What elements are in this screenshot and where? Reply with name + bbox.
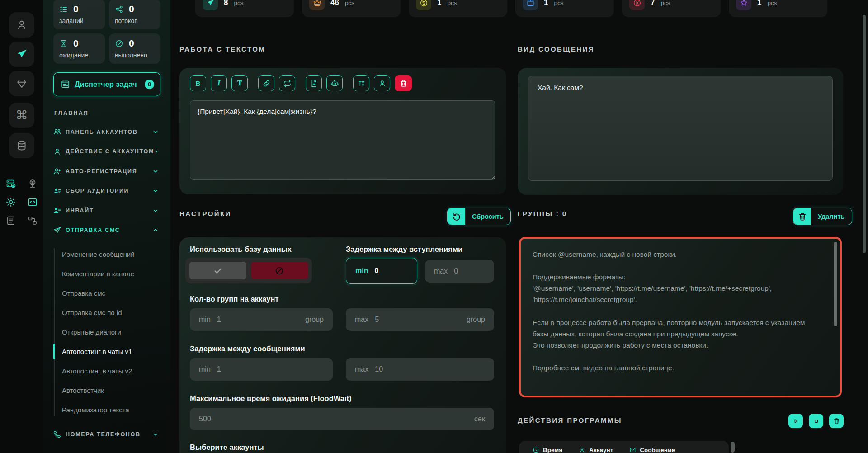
user-list-icon [53,206,61,215]
submenu-label: Комментарии в канале [62,270,134,278]
webcam-icon[interactable] [27,178,38,189]
profile-button[interactable] [9,12,34,38]
file-download-icon [310,79,318,88]
chevron-down-icon [154,148,159,155]
sidebar-item-invite[interactable]: ИНВАЙТ [43,201,170,221]
clear-text-button[interactable] [395,75,412,91]
database-button[interactable] [9,133,34,158]
column-label: Время [543,447,562,453]
sidebar-item-send-sms[interactable]: ОТПРАВКА СМС [43,221,170,241]
log-scrollbar[interactable] [731,442,735,453]
submenu-label: Открытые диалоги [62,328,121,336]
submenu-item-autoposting-v2[interactable]: Автопостинг в чаты v2 [43,361,170,381]
settings-title: НАСТРОЙКИ [179,210,231,217]
join-delay-label: Задержка между вступлениями [346,245,462,254]
min-value: 0 [374,267,378,275]
text-template-button[interactable] [353,75,369,91]
spin-button[interactable] [279,75,295,91]
user-plus-icon [53,167,61,175]
start-button[interactable] [788,414,803,428]
floodwait-label: Максимальное время ожидания (FloodWait) [190,394,351,403]
sidebar-item-audience-collect[interactable]: СБОР АУДИТОРИИ [43,181,170,201]
join-delay-max-input[interactable]: max0 [425,260,494,283]
message-view-card: Хай. Как сам? [518,68,843,195]
reset-settings-button[interactable]: Сбросить [447,208,511,225]
repeat-icon [283,79,292,88]
delete-groups-button[interactable]: Удалить [793,208,852,225]
stat-done: 0 выполнено [109,33,160,64]
stop-icon [812,417,820,425]
submenu-item-autoresponder[interactable]: Автоответчик [43,381,170,400]
message-delay-max-input[interactable]: max10 [346,358,494,381]
right-column: ВИД СООБЩЕНИЯ Хай. Как сам? ГРУППЫ : 0 У… [518,0,844,453]
max-value: 10 [375,365,383,373]
submenu-item-channel-comments[interactable]: Комментарии в канале [43,264,170,283]
text-toolbar: B I T [190,75,412,91]
page-scrollbar[interactable] [863,15,866,253]
clear-log-button[interactable] [829,414,844,428]
sidebar-item-next-cut[interactable] [43,447,170,453]
db-no-option[interactable] [251,262,308,279]
server-check-icon[interactable] [5,178,16,189]
program-actions-title: ДЕЙСТВИЯ ПРОГРАММЫ [518,416,622,424]
user-list-icon [53,187,61,195]
stop-button[interactable] [809,414,823,428]
dispatcher-icon [61,80,70,89]
stat-value: 0 [129,38,134,49]
rail-mini-icons [0,178,43,226]
message-view-title: ВИД СООБЩЕНИЯ [518,45,594,53]
submenu-item-autoposting-v1[interactable]: Автопостинг в чаты v1 [43,342,170,361]
sidebar-item-accounts-panel[interactable]: ПАНЕЛЬ АККАУНТОВ [43,122,170,142]
join-delay-min-input[interactable]: min0 [346,258,417,284]
mention-button[interactable] [374,75,390,91]
groups-max-input[interactable]: max5group [346,308,494,331]
gem-icon [16,78,28,90]
groups-min-input[interactable]: min1group [190,308,333,331]
submenu-item-text-randomizer[interactable]: Рандомизатор текста [43,400,170,420]
resize-handle-icon[interactable] [491,175,495,179]
robot-icon [330,79,339,88]
sidebar-item-phone-numbers[interactable]: НОМЕРА ТЕЛЕФОНОВ [43,425,170,444]
db-yes-option[interactable] [189,262,246,279]
bot-button[interactable] [326,75,343,91]
select-accounts-label: Выберите аккаунты [190,443,264,452]
italic-button[interactable]: I [211,75,227,91]
sidebar: 0 заданий 0 потоков 0 ожидание 0 выполне… [43,0,170,453]
settings-card: Использовать базу данных Задержка между … [179,237,506,453]
message-template-input[interactable]: {Привет|Хай}. Как {дела|сам|жизнь}? [190,100,495,180]
sidebar-section-label: ГЛАВНАЯ [54,110,89,116]
submenu-item-open-dialogs[interactable]: Открытые диалоги [43,322,170,342]
min-prefix: min [199,365,211,373]
task-dispatcher-button[interactable]: Диспетчер задач 0 [53,72,160,96]
groups-scrollbar[interactable] [834,242,837,326]
sender-button[interactable] [9,42,34,67]
stat-label: потоков [115,17,155,24]
stat-threads: 0 потоков [109,0,160,29]
submenu-item-send-sms-by-id[interactable]: Отправка смс по id [43,303,170,322]
sidebar-item-account-action[interactable]: ДЕЙСТВИЕ С АККАУНТОМ [43,142,170,162]
code-box-icon[interactable] [27,197,38,208]
commands-button[interactable]: ⌘ [9,103,34,128]
group-unit: group [467,316,485,324]
submenu-item-edit-messages[interactable]: Изменение сообщений [43,245,170,264]
chevron-down-icon [152,129,159,135]
message-delay-min-input[interactable]: min1 [190,358,333,381]
sidebar-item-auto-registration[interactable]: АВТО-РЕГИСТРАЦИЯ [43,161,170,181]
trash-icon [399,79,408,88]
title-button[interactable]: T [231,75,248,91]
text-work-title: РАБОТА С ТЕКСТОМ [179,45,265,53]
check-circle-icon [115,39,123,48]
floodwait-input[interactable]: 500сек [190,408,494,430]
groups-input-panel[interactable]: Список @username, каждый с новой строки.… [519,237,842,397]
gear-icon[interactable] [5,197,16,208]
sidebar-item-label: ДЕЙСТВИЕ С АККАУНТОМ [66,148,154,155]
submenu-label: Автопостинг в чаты v1 [62,348,132,355]
bold-button[interactable]: B [190,75,206,91]
submenu-item-send-sms[interactable]: Отправка смс [43,283,170,303]
link-button[interactable] [258,75,274,91]
premium-button[interactable] [9,71,34,96]
nodes-icon[interactable] [27,215,38,226]
file-import-button[interactable] [306,75,322,91]
document-icon[interactable] [5,215,16,226]
person-icon [16,19,28,31]
